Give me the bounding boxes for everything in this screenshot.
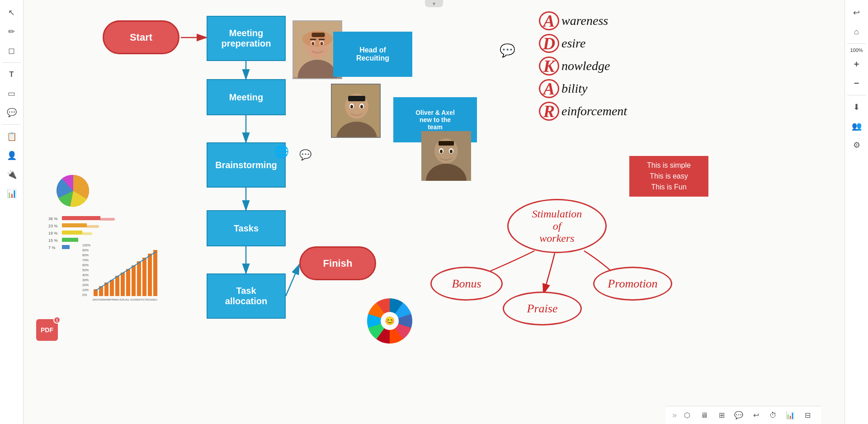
- svg-rect-69: [153, 250, 157, 296]
- text-tool-btn[interactable]: T: [4, 66, 20, 83]
- adkar-reinforcement: R einforcement: [539, 102, 684, 121]
- svg-rect-62: [115, 276, 119, 296]
- grid-btn[interactable]: ⊞: [715, 409, 728, 422]
- svg-text:FEB: FEB: [98, 298, 103, 301]
- shape-tool-btn[interactable]: ▭: [4, 85, 20, 102]
- pencil-tool-btn[interactable]: ✏: [4, 24, 20, 40]
- svg-text:60%: 60%: [82, 264, 89, 267]
- export-btn[interactable]: ⬇: [849, 99, 865, 115]
- svg-text:JAN: JAN: [92, 298, 97, 301]
- svg-rect-46: [62, 245, 70, 249]
- comment-icon-1[interactable]: 💬: [299, 149, 311, 161]
- svg-rect-65: [132, 265, 136, 296]
- svg-text:19 %: 19 %: [48, 231, 58, 236]
- plugin-tool-btn[interactable]: 🔌: [4, 166, 20, 183]
- chat-btn[interactable]: 💬: [732, 409, 745, 422]
- meeting-prep-node[interactable]: Meeting preperation: [207, 16, 286, 61]
- top-scroll-handle[interactable]: ▼: [425, 0, 443, 7]
- svg-rect-42: [62, 231, 82, 235]
- svg-rect-64: [126, 269, 130, 296]
- settings-btn[interactable]: ⚙: [849, 137, 865, 153]
- main-canvas: ▼: [24, 0, 844, 424]
- svg-text:80%: 80%: [82, 254, 89, 257]
- stats-btn[interactable]: 📊: [783, 409, 797, 422]
- svg-rect-40: [62, 223, 87, 227]
- svg-rect-23: [348, 96, 365, 101]
- svg-rect-67: [142, 258, 146, 296]
- table-btn[interactable]: ⊟: [801, 409, 814, 422]
- screen-btn[interactable]: 🖥: [698, 409, 711, 422]
- brainstorming-node[interactable]: Brainstorming: [207, 142, 286, 188]
- svg-text:30%: 30%: [82, 278, 89, 282]
- svg-text:JUL: JUL: [125, 298, 130, 301]
- vertical-bar-chart[interactable]: 100% 90% 80% 70% 60% 50% 40% 30% 20% 10%…: [82, 242, 182, 301]
- adkar-awareness: A wareness: [539, 11, 684, 30]
- comment-tool-btn[interactable]: 💬: [4, 104, 20, 121]
- head-of-recruiting-card[interactable]: Head of Recuiting: [333, 32, 412, 77]
- svg-point-27: [360, 105, 363, 108]
- svg-rect-38: [62, 216, 100, 220]
- task-tool-btn[interactable]: 📋: [4, 128, 20, 145]
- zoom-in-btn[interactable]: +: [849, 56, 865, 72]
- profile-card-2[interactable]: [331, 84, 381, 138]
- right-toolbar: ↩ ⌂ 100% + − ⬇ 👥 ⚙: [844, 0, 868, 424]
- undo-btn[interactable]: ↩: [849, 5, 865, 21]
- svg-text:7 %: 7 %: [48, 245, 56, 250]
- svg-text:50%: 50%: [82, 269, 89, 272]
- user-tool-btn[interactable]: 👤: [4, 147, 20, 164]
- adkar-desire: D esire: [539, 34, 684, 53]
- stimulation-praise[interactable]: Praise: [503, 292, 582, 325]
- tasks-node[interactable]: Tasks: [207, 210, 286, 246]
- eraser-tool-btn[interactable]: ◻: [4, 42, 20, 59]
- zoom-level-display: 100%: [850, 47, 863, 53]
- svg-rect-44: [62, 238, 78, 242]
- svg-text:10%: 10%: [82, 288, 89, 292]
- profile-card-3[interactable]: [421, 131, 471, 181]
- right-toolbar-divider-1: [847, 43, 866, 44]
- svg-text:23 %: 23 %: [48, 224, 58, 228]
- reply-btn[interactable]: ↩: [749, 409, 763, 422]
- stimulation-promotion[interactable]: Promotion: [593, 267, 672, 301]
- pie-chart[interactable]: [48, 172, 98, 208]
- chart-tool-btn[interactable]: 📊: [4, 185, 20, 202]
- svg-rect-31: [439, 141, 454, 146]
- svg-text:70%: 70%: [82, 259, 89, 262]
- svg-text:MAY: MAY: [114, 298, 120, 301]
- bottom-toolbar: » ⬡ 🖥 ⊞ 💬 ↩ ⏱ 📊 ⊟: [665, 406, 821, 424]
- stimulation-bonus[interactable]: Bonus: [430, 267, 503, 301]
- comment-icon-2[interactable]: 💬: [500, 43, 515, 58]
- home-btn[interactable]: ⌂: [849, 24, 865, 40]
- svg-rect-66: [137, 261, 141, 296]
- svg-text:100%: 100%: [82, 244, 90, 247]
- finish-node[interactable]: Finish: [299, 246, 376, 280]
- info-red-box[interactable]: This is simple This is easy This is Fun: [629, 156, 708, 197]
- svg-rect-68: [148, 254, 152, 296]
- task-alloc-node[interactable]: Task allocation: [207, 273, 286, 319]
- meeting-node[interactable]: Meeting: [207, 79, 286, 115]
- zoom-out-btn[interactable]: −: [849, 75, 865, 91]
- toolbar-divider-2: [2, 124, 21, 125]
- svg-text:0%: 0%: [82, 293, 87, 297]
- svg-text:DEC: DEC: [152, 298, 158, 301]
- svg-text:SEP: SEP: [136, 298, 141, 301]
- cursor-tool-btn[interactable]: ↖: [4, 5, 20, 21]
- start-node[interactable]: Start: [103, 20, 179, 54]
- svg-text:36 %: 36 %: [48, 217, 58, 221]
- adkar-knowledge: K nowledge: [539, 57, 684, 75]
- svg-text:15 %: 15 %: [48, 238, 58, 243]
- cast-btn[interactable]: ⬡: [680, 409, 694, 422]
- toolbar-divider-1: [2, 62, 21, 63]
- timer-btn[interactable]: ⏱: [766, 409, 780, 422]
- users-btn[interactable]: 👥: [849, 118, 865, 134]
- svg-text:JUN: JUN: [119, 298, 125, 301]
- bottom-expand-btn[interactable]: »: [672, 410, 677, 420]
- pdf-icon[interactable]: PDF 1: [36, 319, 59, 342]
- globe-icon: 🌐: [274, 145, 289, 159]
- svg-point-34: [440, 150, 443, 153]
- svg-point-19: [302, 31, 332, 47]
- svg-text:40%: 40%: [82, 273, 89, 277]
- svg-rect-61: [110, 280, 114, 296]
- social-media-wheel[interactable]: 😊: [367, 298, 412, 344]
- svg-text:20%: 20%: [82, 283, 89, 287]
- stimulation-center[interactable]: Stimulation of workers: [507, 199, 607, 253]
